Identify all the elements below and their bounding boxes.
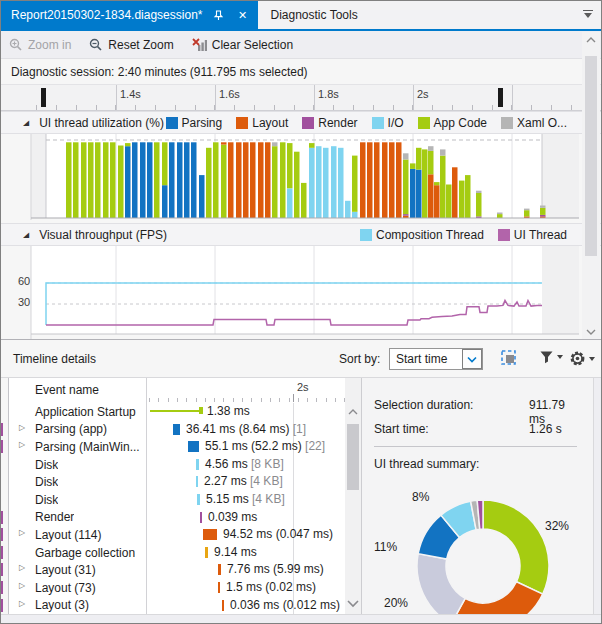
duration-label: 1.38 ms <box>207 404 250 418</box>
scrollbar-thumb[interactable] <box>347 424 359 490</box>
ruler-minor-tick <box>353 105 354 110</box>
expander-icon[interactable]: ▷ <box>19 563 25 572</box>
ruler-minor-tick <box>36 105 37 110</box>
event-row[interactable]: ▷Parsing (app) <box>9 421 146 439</box>
collapse-triangle-icon[interactable]: ◢ <box>23 118 29 126</box>
event-row[interactable]: Application Startup <box>9 403 146 421</box>
horizontal-scrollbar-track[interactable] <box>1 614 601 624</box>
duration-row[interactable]: 36.41 ms (8.64 ms) [1] <box>147 421 345 439</box>
event-row[interactable]: ▷Layout (73) <box>9 579 146 597</box>
duration-extra: [4 KB] <box>252 492 285 506</box>
scroll-down-icon[interactable] <box>582 324 600 340</box>
zoom-in-icon <box>9 38 23 52</box>
ruler-minor-tick <box>452 105 453 110</box>
ui-thread-title: UI thread utilization (%) <box>39 116 164 130</box>
reset-zoom-button[interactable]: Reset Zoom <box>89 38 173 52</box>
event-row[interactable]: Garbage collection <box>9 544 146 562</box>
close-icon[interactable]: ✕ <box>234 7 250 23</box>
duration-row[interactable]: 4.56 ms [8 KB] <box>147 456 345 474</box>
expand-view-button[interactable] <box>501 350 518 366</box>
event-row[interactable]: ▷Layout (114) <box>9 526 146 544</box>
duration-row[interactable]: 94.52 ms (0.047 ms) <box>147 526 345 544</box>
duration-bar <box>218 564 221 575</box>
duration-label: 2.27 ms [4 KB] <box>204 474 283 488</box>
pin-icon[interactable] <box>210 7 226 23</box>
clear-selection-button[interactable]: Clear Selection <box>192 38 293 52</box>
duration-label: 0.036 ms (0.012 ms) <box>230 598 340 612</box>
expander-icon[interactable]: ▷ <box>19 599 25 608</box>
event-row[interactable]: ▷Layout (31) <box>9 561 146 579</box>
legend-chip <box>372 117 384 129</box>
collapse-triangle-icon[interactable]: ◢ <box>23 230 29 238</box>
selection-handle[interactable] <box>498 88 503 107</box>
row-marker <box>0 440 3 453</box>
event-name-header: Event name <box>9 378 146 403</box>
tab-report-diagsession[interactable]: Report20150302-1834.diagsession* ✕ <box>1 1 258 29</box>
scroll-up-icon[interactable] <box>345 404 361 420</box>
event-row[interactable]: Disk <box>9 456 146 474</box>
tab-diagnostic-tools[interactable]: Diagnostic Tools <box>258 1 369 29</box>
ruler-minor-tick <box>492 105 493 110</box>
selection-handle[interactable] <box>41 88 46 107</box>
expander-icon[interactable]: ▷ <box>19 423 25 432</box>
duration-bar <box>196 476 198 487</box>
duration-row[interactable]: 1.38 ms <box>147 403 345 421</box>
duration-row[interactable]: 0.039 ms <box>147 509 345 527</box>
duration-extra: [4 KB] <box>250 474 283 488</box>
event-row[interactable]: Disk <box>9 473 146 491</box>
time-ruler[interactable]: 1.4s1.6s1.8s2s <box>1 85 601 111</box>
ui-thread-utilization-chart[interactable] <box>1 134 602 220</box>
duration-main: 2.27 ms <box>204 474 247 488</box>
duration-row[interactable]: 1.5 ms (0.02 ms) <box>147 579 345 597</box>
ruler-minor-tick <box>432 105 433 110</box>
duration-row[interactable]: 55.1 ms (52.2 ms) [22] <box>147 438 345 456</box>
window-list-dropdown-icon[interactable] <box>583 10 593 20</box>
filter-button[interactable] <box>539 350 563 364</box>
legend-label: Parsing <box>182 116 223 130</box>
duration-row[interactable]: 9.14 ms <box>147 544 345 562</box>
donut-slice-app-code[interactable] <box>483 500 549 594</box>
event-row[interactable]: Disk <box>9 491 146 509</box>
scroll-down-icon[interactable] <box>345 596 361 612</box>
duration-row[interactable]: 2.27 ms [4 KB] <box>147 473 345 491</box>
settings-button[interactable] <box>569 350 595 367</box>
sort-by-value: Start time <box>390 352 462 366</box>
row-marker <box>0 423 3 436</box>
duration-bar <box>203 529 217 540</box>
legend-item: Composition Thread <box>360 228 484 242</box>
duration-label: 0.039 ms <box>208 510 257 524</box>
expander-icon[interactable]: ▷ <box>19 440 25 449</box>
expander-icon[interactable]: ▷ <box>19 528 25 537</box>
ui-thread-summary-donut <box>362 378 593 614</box>
duration-label: 94.52 ms (0.047 ms) <box>223 527 333 541</box>
session-summary-text: Diagnostic session: 2:40 minutes (911.79… <box>11 65 308 79</box>
duration-row[interactable]: 5.15 ms [4 KB] <box>147 491 345 509</box>
duration-bar <box>196 459 199 470</box>
scroll-up-icon[interactable] <box>582 32 600 48</box>
sort-by-label: Sort by: <box>339 352 380 366</box>
event-row[interactable]: ▷Layout (3) <box>9 597 146 615</box>
legend-chip <box>302 117 314 129</box>
settings-dropdown-caret <box>589 357 595 361</box>
ruler-minor-tick <box>373 105 374 110</box>
donut-slice-other[interactable] <box>417 554 465 614</box>
expander-icon[interactable]: ▷ <box>19 581 25 590</box>
fps-chart[interactable] <box>1 246 602 339</box>
legend-item: App Code <box>418 116 487 130</box>
event-name-label: Render <box>9 510 74 524</box>
duration-row[interactable]: 7.76 ms (5.99 ms) <box>147 561 345 579</box>
ruler-tick-label: 2s <box>417 88 429 100</box>
duration-row[interactable]: 0.036 ms (0.012 ms) <box>147 597 345 615</box>
sort-by-combobox[interactable]: Start time <box>389 348 483 370</box>
details-vertical-scrollbar[interactable] <box>345 378 361 614</box>
combo-dropdown-button[interactable] <box>462 349 482 369</box>
scrollbar-thumb[interactable] <box>585 56 597 256</box>
duration-label: 36.41 ms (8.64 ms) [1] <box>186 422 306 436</box>
charts-vertical-scrollbar[interactable] <box>582 32 600 340</box>
ruler-minor-tick <box>531 105 532 110</box>
event-row[interactable]: ▷Parsing (MainWin... <box>9 438 146 456</box>
zoom-in-button[interactable]: Zoom in <box>9 38 71 52</box>
timeline-details-header: Timeline details Sort by: Start time <box>1 339 601 377</box>
row-marker <box>0 528 3 541</box>
event-row[interactable]: Render <box>9 509 146 527</box>
